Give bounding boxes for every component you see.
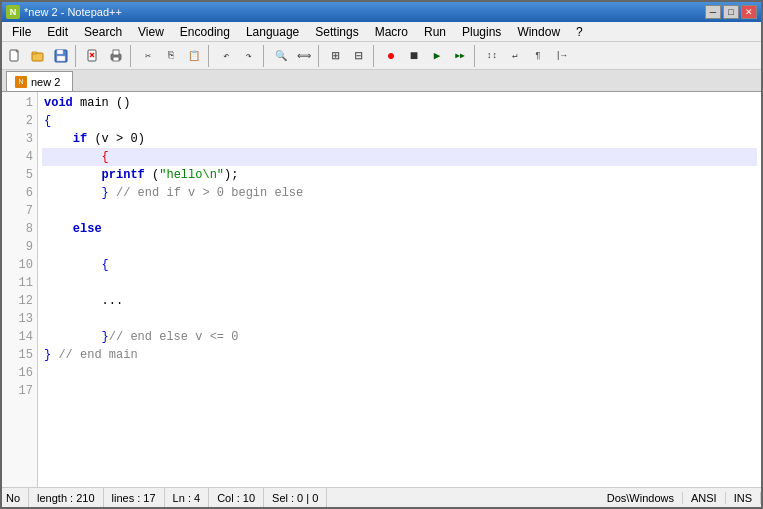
tab-icon: N (15, 76, 27, 88)
all-chars-button[interactable]: ¶ (527, 45, 549, 67)
separator-4 (263, 45, 267, 67)
code-line: if (v > 0) (42, 130, 757, 148)
separator-6 (373, 45, 377, 67)
separator-2 (130, 45, 134, 67)
line-number: 10 (6, 256, 33, 274)
line-numbers: 1234567891011121314151617 (2, 92, 38, 487)
svg-rect-5 (57, 56, 65, 61)
status-ln: Ln : 4 (165, 488, 210, 507)
code-line: }// end else v <= 0 (42, 328, 757, 346)
code-editor[interactable]: void main (){ if (v > 0) { printf ("hell… (38, 92, 761, 487)
code-line: } // end main (42, 346, 757, 364)
code-line: { (42, 112, 757, 130)
menu-settings[interactable]: Settings (307, 23, 366, 41)
close-button[interactable]: ✕ (741, 5, 757, 19)
menu-view[interactable]: View (130, 23, 172, 41)
title-bar: N *new 2 - Notepad++ ─ □ ✕ (2, 2, 761, 22)
code-line: } // end if v > 0 begin else (42, 184, 757, 202)
new-button[interactable] (4, 45, 26, 67)
status-bar: No length : 210 lines : 17 Ln : 4 Col : … (2, 487, 761, 507)
status-lines: lines : 17 (104, 488, 165, 507)
menu-run[interactable]: Run (416, 23, 454, 41)
status-col: Col : 10 (209, 488, 264, 507)
tab-new2[interactable]: N new 2 (6, 71, 73, 91)
menu-plugins[interactable]: Plugins (454, 23, 509, 41)
zoom-out-button[interactable]: ⊟ (348, 45, 370, 67)
print-button[interactable] (105, 45, 127, 67)
menu-bar: File Edit Search View Encoding Language … (2, 22, 761, 42)
code-line: void main () (42, 94, 757, 112)
menu-window[interactable]: Window (509, 23, 568, 41)
macro-stop-button[interactable]: ■ (403, 45, 425, 67)
cut-button[interactable]: ✂ (137, 45, 159, 67)
status-no: No (2, 488, 29, 507)
status-sel: Sel : 0 | 0 (264, 488, 327, 507)
paste-button[interactable]: 📋 (183, 45, 205, 67)
replace-button[interactable]: ⟺ (293, 45, 315, 67)
line-number: 13 (6, 310, 33, 328)
status-dos: Dos\Windows (603, 492, 683, 504)
window-controls: ─ □ ✕ (705, 5, 757, 19)
code-line (42, 310, 757, 328)
svg-rect-11 (113, 57, 119, 61)
menu-help[interactable]: ? (568, 23, 591, 41)
line-number: 11 (6, 274, 33, 292)
code-line (42, 274, 757, 292)
separator-7 (474, 45, 478, 67)
redo-button[interactable]: ↷ (238, 45, 260, 67)
line-number: 8 (6, 220, 33, 238)
status-ins: INS (726, 492, 761, 504)
code-line (42, 364, 757, 382)
line-number: 2 (6, 112, 33, 130)
line-number: 3 (6, 130, 33, 148)
undo-button[interactable]: ↶ (215, 45, 237, 67)
code-line: printf ("hello\n"); (42, 166, 757, 184)
open-button[interactable] (27, 45, 49, 67)
close-file-button[interactable] (82, 45, 104, 67)
tab-bar: N new 2 (2, 70, 761, 92)
svg-rect-2 (32, 52, 37, 54)
menu-search[interactable]: Search (76, 23, 130, 41)
tab-label: new 2 (31, 76, 60, 88)
menu-language[interactable]: Language (238, 23, 307, 41)
line-number: 5 (6, 166, 33, 184)
indent-guide-button[interactable]: |→ (550, 45, 572, 67)
line-number: 1 (6, 94, 33, 112)
line-number: 7 (6, 202, 33, 220)
code-line: else (42, 220, 757, 238)
menu-encoding[interactable]: Encoding (172, 23, 238, 41)
separator-5 (318, 45, 322, 67)
line-number: 17 (6, 382, 33, 400)
macro-run-many-button[interactable]: ▶▶ (449, 45, 471, 67)
macro-record-button[interactable]: ● (380, 45, 402, 67)
editor-area[interactable]: 1234567891011121314151617 void main (){ … (2, 92, 761, 487)
copy-button[interactable]: ⎘ (160, 45, 182, 67)
code-line (42, 238, 757, 256)
line-number: 6 (6, 184, 33, 202)
code-line (42, 202, 757, 220)
code-line: { (42, 256, 757, 274)
maximize-button[interactable]: □ (723, 5, 739, 19)
zoom-in-button[interactable]: ⊞ (325, 45, 347, 67)
status-length: length : 210 (29, 488, 104, 507)
macro-play-button[interactable]: ▶ (426, 45, 448, 67)
menu-file[interactable]: File (4, 23, 39, 41)
separator-3 (208, 45, 212, 67)
code-line (42, 382, 757, 400)
find-button[interactable]: 🔍 (270, 45, 292, 67)
minimize-button[interactable]: ─ (705, 5, 721, 19)
code-line: ... (42, 292, 757, 310)
word-wrap-button[interactable]: ↵ (504, 45, 526, 67)
app-icon: N (6, 5, 20, 19)
menu-edit[interactable]: Edit (39, 23, 76, 41)
line-number: 12 (6, 292, 33, 310)
status-ansi: ANSI (683, 492, 726, 504)
line-number: 15 (6, 346, 33, 364)
svg-rect-4 (57, 50, 63, 54)
window-title: *new 2 - Notepad++ (24, 6, 122, 18)
svg-rect-10 (113, 50, 119, 55)
line-number: 4 (6, 148, 33, 166)
menu-macro[interactable]: Macro (367, 23, 416, 41)
synced-scroll-button[interactable]: ↕↕ (481, 45, 503, 67)
save-button[interactable] (50, 45, 72, 67)
